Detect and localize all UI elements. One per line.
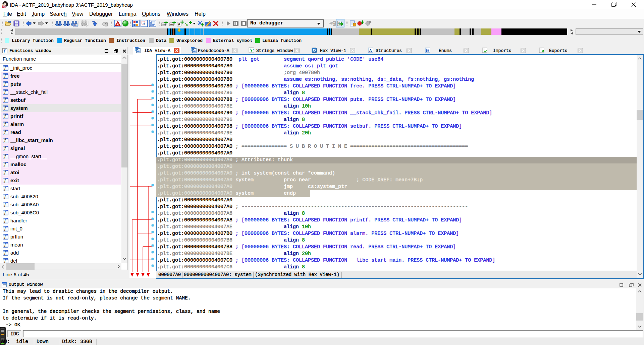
svg-text:c: c [333,22,335,25]
svg-text:‘s’: ‘s’ [250,48,254,53]
svg-text:A: A [369,49,372,53]
svg-text:T: T [66,23,68,27]
svg-text:101: 101 [74,24,78,26]
svg-text:R: R [143,22,145,26]
svg-text:A: A [178,22,180,26]
svg-text:#: # [58,23,60,27]
svg-text:A: A [117,23,119,26]
svg-text:64: 64 [2,5,6,8]
svg-text:‘s: ‘s [185,22,188,27]
